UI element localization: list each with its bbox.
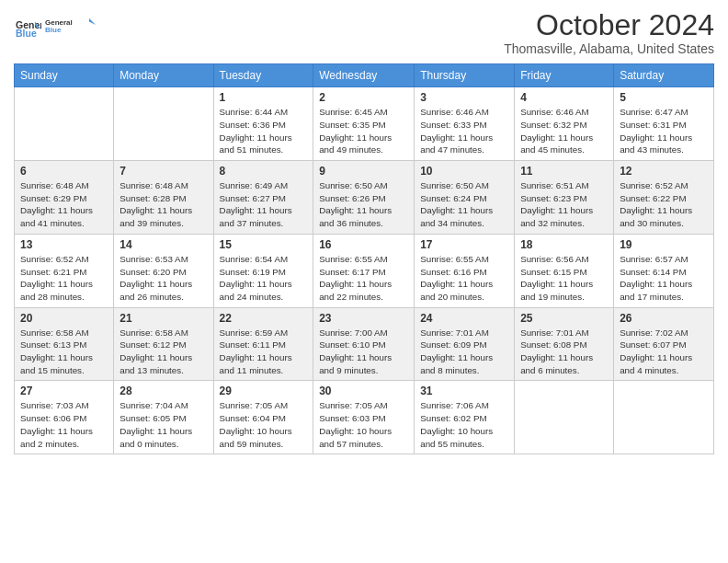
day-number: 6 (20, 165, 108, 178)
logo-svg: General Blue (45, 9, 96, 42)
day-number: 14 (119, 238, 207, 251)
day-info: Sunrise: 6:55 AM Sunset: 6:17 PM Dayligh… (319, 253, 408, 304)
calendar-cell: 7Sunrise: 6:48 AM Sunset: 6:28 PM Daylig… (114, 161, 213, 235)
day-info: Sunrise: 6:56 AM Sunset: 6:15 PM Dayligh… (520, 253, 608, 304)
calendar-cell: 19Sunrise: 6:57 AM Sunset: 6:14 PM Dayli… (614, 234, 714, 307)
calendar-week-row: 6Sunrise: 6:48 AM Sunset: 6:29 PM Daylig… (15, 161, 714, 235)
day-number: 4 (520, 91, 608, 104)
calendar-cell: 12Sunrise: 6:52 AM Sunset: 6:22 PM Dayli… (614, 161, 714, 235)
calendar-cell: 4Sunrise: 6:46 AM Sunset: 6:32 PM Daylig… (515, 87, 614, 161)
day-info: Sunrise: 6:51 AM Sunset: 6:23 PM Dayligh… (520, 179, 608, 230)
day-info: Sunrise: 6:48 AM Sunset: 6:28 PM Dayligh… (119, 179, 207, 230)
calendar-cell: 18Sunrise: 6:56 AM Sunset: 6:15 PM Dayli… (515, 234, 614, 307)
col-thursday: Thursday (415, 64, 515, 87)
day-number: 21 (119, 312, 207, 325)
day-info: Sunrise: 6:50 AM Sunset: 6:24 PM Dayligh… (420, 179, 508, 230)
day-info: Sunrise: 7:02 AM Sunset: 6:07 PM Dayligh… (620, 327, 708, 377)
day-info: Sunrise: 6:46 AM Sunset: 6:32 PM Dayligh… (520, 106, 608, 156)
day-info: Sunrise: 6:49 AM Sunset: 6:27 PM Dayligh… (220, 179, 308, 230)
day-info: Sunrise: 6:52 AM Sunset: 6:22 PM Dayligh… (620, 179, 708, 230)
header: General Blue General Blue October 2024 T… (14, 9, 714, 56)
day-number: 16 (319, 238, 408, 251)
calendar-cell: 10Sunrise: 6:50 AM Sunset: 6:24 PM Dayli… (415, 161, 515, 235)
day-info: Sunrise: 7:01 AM Sunset: 6:08 PM Dayligh… (520, 327, 608, 377)
calendar-cell: 25Sunrise: 7:01 AM Sunset: 6:08 PM Dayli… (515, 307, 614, 381)
day-number: 5 (620, 91, 708, 104)
calendar-week-row: 27Sunrise: 7:03 AM Sunset: 6:06 PM Dayli… (15, 381, 714, 454)
day-info: Sunrise: 6:52 AM Sunset: 6:21 PM Dayligh… (20, 253, 108, 304)
day-number: 13 (20, 238, 108, 251)
day-info: Sunrise: 7:03 AM Sunset: 6:06 PM Dayligh… (20, 399, 108, 450)
calendar-cell: 14Sunrise: 6:53 AM Sunset: 6:20 PM Dayli… (114, 234, 213, 307)
day-number: 7 (119, 165, 207, 178)
day-info: Sunrise: 7:01 AM Sunset: 6:09 PM Dayligh… (420, 327, 508, 377)
day-info: Sunrise: 6:45 AM Sunset: 6:35 PM Dayligh… (319, 106, 408, 156)
calendar-cell: 28Sunrise: 7:04 AM Sunset: 6:05 PM Dayli… (114, 381, 213, 454)
calendar-cell: 21Sunrise: 6:58 AM Sunset: 6:12 PM Dayli… (114, 307, 213, 381)
calendar-cell (15, 87, 114, 161)
calendar-cell: 26Sunrise: 7:02 AM Sunset: 6:07 PM Dayli… (614, 307, 714, 381)
day-number: 8 (220, 165, 308, 178)
calendar-cell: 22Sunrise: 6:59 AM Sunset: 6:11 PM Dayli… (213, 307, 313, 381)
logo-icon: General Blue (16, 17, 41, 42)
day-number: 10 (420, 165, 508, 178)
day-info: Sunrise: 6:58 AM Sunset: 6:12 PM Dayligh… (119, 327, 207, 377)
day-number: 27 (20, 385, 108, 397)
title-block: October 2024 Thomasville, Alabama, Unite… (504, 9, 714, 56)
logo: General Blue General Blue (14, 9, 96, 46)
day-number: 1 (220, 91, 308, 104)
day-number: 24 (420, 312, 508, 325)
month-title: October 2024 (504, 9, 714, 41)
day-number: 22 (220, 312, 308, 325)
col-sunday: Sunday (15, 64, 114, 87)
day-info: Sunrise: 6:48 AM Sunset: 6:29 PM Dayligh… (20, 179, 108, 230)
calendar-cell: 11Sunrise: 6:51 AM Sunset: 6:23 PM Dayli… (515, 161, 614, 235)
day-number: 18 (520, 238, 608, 251)
calendar-cell: 16Sunrise: 6:55 AM Sunset: 6:17 PM Dayli… (313, 234, 415, 307)
day-number: 20 (20, 312, 108, 325)
day-info: Sunrise: 7:04 AM Sunset: 6:05 PM Dayligh… (119, 399, 207, 450)
day-info: Sunrise: 6:57 AM Sunset: 6:14 PM Dayligh… (620, 253, 708, 304)
col-friday: Friday (515, 64, 614, 87)
day-info: Sunrise: 7:00 AM Sunset: 6:10 PM Dayligh… (319, 327, 408, 377)
day-number: 11 (520, 165, 608, 178)
day-info: Sunrise: 7:05 AM Sunset: 6:03 PM Dayligh… (319, 399, 408, 450)
svg-text:Blue: Blue (45, 26, 62, 34)
day-info: Sunrise: 6:53 AM Sunset: 6:20 PM Dayligh… (119, 253, 207, 304)
calendar-cell: 1Sunrise: 6:44 AM Sunset: 6:36 PM Daylig… (213, 87, 313, 161)
day-info: Sunrise: 6:50 AM Sunset: 6:26 PM Dayligh… (319, 179, 408, 230)
calendar-week-row: 13Sunrise: 6:52 AM Sunset: 6:21 PM Dayli… (15, 234, 714, 307)
svg-marker-5 (89, 18, 96, 25)
calendar-cell (114, 87, 213, 161)
calendar-cell: 2Sunrise: 6:45 AM Sunset: 6:35 PM Daylig… (313, 87, 415, 161)
col-saturday: Saturday (614, 64, 714, 87)
day-number: 12 (620, 165, 708, 178)
day-number: 15 (220, 238, 308, 251)
calendar-cell: 9Sunrise: 6:50 AM Sunset: 6:26 PM Daylig… (313, 161, 415, 235)
calendar-cell: 31Sunrise: 7:06 AM Sunset: 6:02 PM Dayli… (415, 381, 515, 454)
day-info: Sunrise: 7:05 AM Sunset: 6:04 PM Dayligh… (220, 399, 308, 450)
svg-text:Blue: Blue (16, 28, 37, 39)
header-row: Sunday Monday Tuesday Wednesday Thursday… (15, 64, 714, 87)
day-number: 26 (620, 312, 708, 325)
day-number: 29 (220, 385, 308, 397)
calendar-week-row: 1Sunrise: 6:44 AM Sunset: 6:36 PM Daylig… (15, 87, 714, 161)
calendar-cell: 8Sunrise: 6:49 AM Sunset: 6:27 PM Daylig… (213, 161, 313, 235)
day-number: 2 (319, 91, 408, 104)
calendar-cell: 24Sunrise: 7:01 AM Sunset: 6:09 PM Dayli… (415, 307, 515, 381)
day-info: Sunrise: 6:59 AM Sunset: 6:11 PM Dayligh… (220, 327, 308, 377)
calendar-cell: 23Sunrise: 7:00 AM Sunset: 6:10 PM Dayli… (313, 307, 415, 381)
calendar-week-row: 20Sunrise: 6:58 AM Sunset: 6:13 PM Dayli… (15, 307, 714, 381)
calendar-cell: 6Sunrise: 6:48 AM Sunset: 6:29 PM Daylig… (15, 161, 114, 235)
col-tuesday: Tuesday (213, 64, 313, 87)
day-info: Sunrise: 6:44 AM Sunset: 6:36 PM Dayligh… (220, 106, 308, 156)
day-info: Sunrise: 6:46 AM Sunset: 6:33 PM Dayligh… (420, 106, 508, 156)
calendar-cell: 5Sunrise: 6:47 AM Sunset: 6:31 PM Daylig… (614, 87, 714, 161)
calendar-cell: 29Sunrise: 7:05 AM Sunset: 6:04 PM Dayli… (213, 381, 313, 454)
col-wednesday: Wednesday (313, 64, 415, 87)
day-number: 3 (420, 91, 508, 104)
day-info: Sunrise: 6:58 AM Sunset: 6:13 PM Dayligh… (20, 327, 108, 377)
calendar-cell: 13Sunrise: 6:52 AM Sunset: 6:21 PM Dayli… (15, 234, 114, 307)
day-number: 23 (319, 312, 408, 325)
day-info: Sunrise: 6:55 AM Sunset: 6:16 PM Dayligh… (420, 253, 508, 304)
